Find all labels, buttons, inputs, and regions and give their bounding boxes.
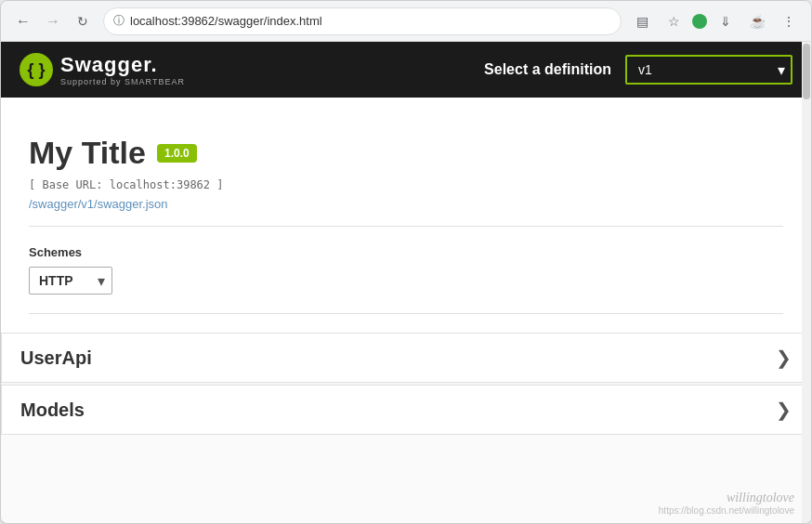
definition-label: Select a definition (484, 61, 611, 78)
extension-dot (692, 14, 707, 29)
definition-select[interactable]: v1 v2 (625, 55, 792, 85)
api-sections: UserApi ❯ Models ❯ (1, 333, 811, 435)
toolbar-actions: ▤ ☆ ⇓ ☕ ⋮ (629, 8, 802, 34)
models-chevron: ❯ (776, 399, 792, 421)
scrollbar[interactable] (802, 42, 811, 523)
address-bar: ⓘ localhost:39862/swagger/index.html (103, 7, 622, 35)
swagger-header: { } Swagger. Supported by SMARTBEAR Sele… (1, 42, 811, 98)
user-api-title: UserApi (20, 347, 92, 369)
user-api-chevron: ❯ (776, 347, 792, 369)
page-content: { } Swagger. Supported by SMARTBEAR Sele… (1, 42, 811, 523)
browser-toolbar: ← → ↻ ⓘ localhost:39862/swagger/index.ht… (1, 1, 811, 42)
schemes-section: Schemes HTTP HTTPS (29, 227, 783, 314)
api-title: My Title (29, 135, 146, 171)
browser-window: ← → ↻ ⓘ localhost:39862/swagger/index.ht… (0, 0, 812, 524)
base-url: [ Base URL: localhost:39862 ] (29, 178, 783, 191)
swagger-icon: { } (20, 53, 53, 86)
swagger-brand: Swagger. Supported by SMARTBEAR (60, 53, 185, 86)
version-badge: 1.0.0 (157, 144, 197, 163)
api-title-row: My Title 1.0.0 (29, 135, 783, 171)
lock-icon: ⓘ (113, 13, 124, 29)
models-title: Models (20, 400, 85, 421)
schemes-select[interactable]: HTTP HTTPS (29, 267, 112, 295)
schemes-label: Schemes (29, 245, 783, 259)
watermark: willingtolove https://blog.csdn.net/will… (659, 491, 794, 516)
url-text: localhost:39862/swagger/index.html (130, 14, 611, 28)
scrollbar-thumb[interactable] (803, 44, 810, 99)
swagger-logo: { } Swagger. Supported by SMARTBEAR (20, 53, 185, 86)
cast-button[interactable]: ▤ (629, 8, 655, 34)
swagger-icon-symbol: { } (27, 60, 45, 80)
user-api-section[interactable]: UserApi ❯ (1, 333, 811, 383)
swagger-brand-name: Swagger. (60, 53, 185, 77)
watermark-url: https://blog.csdn.net/willingtolove (659, 505, 794, 516)
definition-select-wrapper: v1 v2 (625, 55, 792, 85)
api-title-section: My Title 1.0.0 [ Base URL: localhost:398… (29, 116, 783, 227)
bookmark-button[interactable]: ☆ (661, 8, 687, 34)
models-section[interactable]: Models ❯ (1, 385, 811, 435)
main-content: My Title 1.0.0 [ Base URL: localhost:398… (1, 98, 811, 333)
browser-content: { } Swagger. Supported by SMARTBEAR Sele… (1, 42, 811, 523)
schemes-select-wrapper: HTTP HTTPS (29, 267, 112, 295)
download-button[interactable]: ⇓ (713, 8, 739, 34)
swagger-brand-sub: Supported by SMARTBEAR (60, 77, 185, 86)
definition-area: Select a definition v1 v2 (484, 55, 792, 85)
menu-button[interactable]: ⋮ (776, 8, 802, 34)
watermark-text: willingtolove (659, 491, 794, 505)
reload-button[interactable]: ↻ (70, 8, 96, 34)
swagger-json-link[interactable]: /swagger/v1/swagger.json (29, 197, 168, 211)
back-button[interactable]: ← (10, 8, 36, 34)
nav-buttons: ← → ↻ (10, 8, 96, 34)
extension-button[interactable]: ☕ (744, 8, 770, 34)
forward-button[interactable]: → (40, 8, 66, 34)
